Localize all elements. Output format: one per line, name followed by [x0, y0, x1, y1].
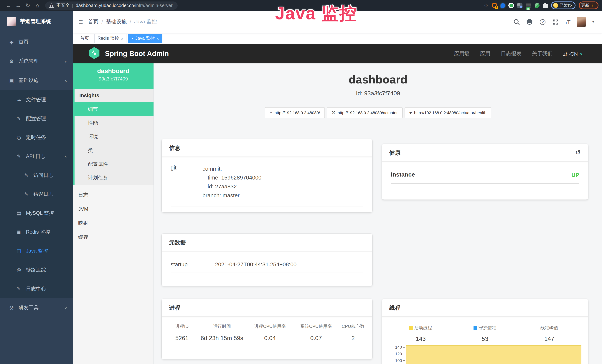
eye-icon: ◎	[16, 267, 22, 273]
cpu-count-value: 2	[339, 332, 367, 345]
health-instance-row[interactable]: Instance UP	[382, 162, 588, 178]
bookmark-star-icon[interactable]: ☆	[484, 2, 488, 8]
live-threads-area-series	[406, 345, 581, 364]
update-chrome-button[interactable]: 更新 ⋮	[579, 1, 599, 9]
git-commit-line: commit:	[203, 164, 261, 173]
help-icon[interactable]: ?	[539, 19, 546, 25]
fullscreen-icon[interactable]	[552, 19, 559, 25]
github-icon[interactable]	[526, 19, 533, 25]
sidebar-item-label: 研发工具	[19, 304, 39, 311]
sidebar-item-java-monitor[interactable]: ◫ Java 监控	[0, 241, 73, 260]
sba-brand-title[interactable]: Spring Boot Admin	[105, 50, 169, 58]
sidebar-item-label: API 日志	[26, 153, 45, 160]
sidebar-item-config-manage[interactable]: ✎ 配置管理	[0, 109, 73, 128]
sidebar-item-system[interactable]: ⚙ 系统管理 ∨	[0, 52, 73, 71]
menu-item-mappings[interactable]: 映射	[73, 216, 153, 230]
sba-nav-wallboard[interactable]: 应用墙	[454, 50, 470, 57]
menu-item-details[interactable]: 细节	[75, 102, 153, 116]
menu-item-logs[interactable]: 日志	[73, 188, 153, 202]
paused-profile-chip[interactable]: 已暂停	[551, 1, 575, 9]
sidebar-item-api-logs[interactable]: ✎ API 日志 ∧	[0, 147, 73, 166]
sidebar-item-label: 系统管理	[19, 58, 39, 64]
git-id-line: id: 27aa832	[203, 182, 261, 191]
service-url-button[interactable]: ⌂ http://192.168.0.2:48080/	[265, 107, 325, 118]
extension-icon[interactable]	[508, 3, 514, 8]
metadata-key: startup	[171, 261, 215, 268]
sidebar-item-access-logs[interactable]: ✎ 访问日志	[0, 166, 73, 185]
extension-icon[interactable]: 1	[492, 3, 497, 8]
app-logo[interactable]: 芋道管理系统	[0, 11, 73, 32]
font-size-icon[interactable]: TT	[565, 19, 570, 25]
menu-item-classes[interactable]: 类	[75, 143, 153, 157]
language-select[interactable]: zh-CN ∨	[563, 51, 583, 57]
search-icon[interactable]	[513, 19, 520, 25]
spring-boot-admin-logo-icon[interactable]	[88, 47, 100, 61]
sidebar-item-home[interactable]: ◉ 首页	[0, 32, 73, 52]
process-cpu-value: 0.04	[247, 332, 293, 345]
user-menu-caret-icon[interactable]: ▾	[592, 20, 594, 24]
java-monitor-icon: ◫	[16, 248, 22, 254]
sidebar-item-label: 基础设施	[19, 77, 39, 84]
chevron-up-icon: ∧	[64, 79, 67, 82]
sidebar-item-dev-tools[interactable]: ⚒ 研发工具 ∨	[0, 298, 73, 317]
tab-label: Java 监控	[135, 35, 155, 42]
history-icon[interactable]: ↺	[575, 150, 581, 156]
sidebar-item-log-center[interactable]: ✎ 日志中心	[0, 279, 73, 298]
breadcrumb-infra[interactable]: 基础设施	[106, 19, 127, 25]
process-card: 进程 进程ID 运行时间 进程CPU使用率 系统CPU使用率 CPU核心数 52…	[162, 299, 372, 359]
browser-menu-icon[interactable]: ⋮	[591, 3, 595, 8]
collapse-sidebar-icon[interactable]: ≡	[73, 18, 88, 26]
menu-item-jvm[interactable]: JVM	[73, 202, 153, 216]
menu-item-scheduled-tasks[interactable]: 计划任务	[75, 171, 153, 185]
tab-home[interactable]: 首页	[77, 33, 92, 43]
address-bar[interactable]: ! 不安全 | dashboard.yudao.iocoder.cn/infra…	[45, 1, 178, 10]
wrench-icon: ⚒	[332, 110, 336, 115]
tab-redis-monitor[interactable]: Redis 监控 ×	[94, 33, 127, 43]
extensions-puzzle-icon[interactable]	[543, 3, 548, 8]
menu-item-metrics[interactable]: 性能	[75, 116, 153, 130]
extension-icon[interactable]	[535, 3, 539, 8]
menu-item-environment[interactable]: 环境	[75, 130, 153, 143]
tab-label: Redis 监控	[97, 35, 119, 42]
reload-icon[interactable]: ↻	[23, 0, 33, 11]
extension-icon[interactable]: on	[526, 3, 531, 8]
sidebar-item-tracing[interactable]: ◎ 链路追踪	[0, 260, 73, 279]
endpoint-url: http://192.168.0.2:48080/actuator	[338, 110, 398, 115]
sidebar-item-error-logs[interactable]: ✎ 错误日志	[0, 185, 73, 203]
actuator-url-button[interactable]: ⚒ http://192.168.0.2:48080/actuator	[327, 107, 403, 118]
tab-java-monitor[interactable]: ● Java 监控 ×	[129, 33, 162, 43]
sba-nav-journal[interactable]: 日志报表	[501, 50, 522, 57]
home-icon[interactable]: ⌂	[33, 0, 42, 11]
sidebar-item-infra[interactable]: ▣ 基础设施 ∧	[0, 71, 73, 90]
divider	[391, 183, 579, 183]
back-icon[interactable]: ←	[4, 0, 13, 11]
sba-nav-applications[interactable]: 应用	[480, 50, 490, 57]
process-id-value: 5261	[167, 332, 197, 345]
language-value: zh-CN	[563, 51, 578, 57]
sidebar-item-file-manage[interactable]: ☁ 文件管理	[0, 90, 73, 109]
extension-icon[interactable]	[501, 3, 505, 8]
health-url-button[interactable]: ♥ http://192.168.0.2:48080/actuator/heal…	[404, 107, 491, 118]
sidebar-item-label: 日志中心	[26, 285, 46, 292]
card-title: 元数据	[169, 234, 186, 251]
database-icon: ▤	[16, 210, 22, 216]
forward-icon[interactable]: →	[13, 0, 23, 11]
menu-item-config-props[interactable]: 配置属性	[75, 157, 153, 171]
sba-nav-about[interactable]: 关于我们	[532, 50, 553, 57]
instance-name: dashboard	[73, 67, 153, 75]
close-icon[interactable]: ×	[157, 36, 159, 41]
chevron-down-icon: ∨	[64, 306, 67, 310]
user-avatar[interactable]	[577, 17, 586, 27]
sidebar-item-mysql-monitor[interactable]: ▤ MySQL 监控	[0, 203, 73, 223]
breadcrumb-home[interactable]: 首页	[88, 19, 98, 25]
card-title: 进程	[169, 299, 180, 317]
sidebar-item-scheduled-jobs[interactable]: ◷ 定时任务	[0, 128, 73, 147]
close-icon[interactable]: ×	[121, 36, 123, 41]
emoji-avatar-icon	[553, 3, 558, 8]
endpoint-url: http://192.168.0.2:48080/actuator/health	[414, 110, 486, 115]
menu-item-caches[interactable]: 缓存	[73, 230, 153, 244]
extension-icon[interactable]	[517, 3, 522, 8]
sidebar-item-redis-monitor[interactable]: ≣ Redis 监控	[0, 223, 73, 241]
security-label: 不安全	[56, 2, 70, 9]
git-branch-line: branch: master	[203, 191, 261, 200]
